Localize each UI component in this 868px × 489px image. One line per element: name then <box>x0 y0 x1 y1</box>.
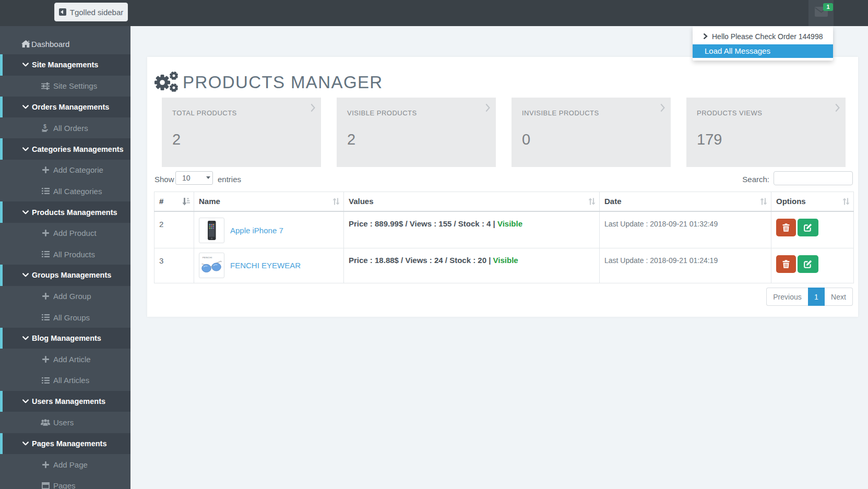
svg-text:$: $ <box>43 124 46 129</box>
svg-text:FENCHI: FENCHI <box>203 256 212 259</box>
